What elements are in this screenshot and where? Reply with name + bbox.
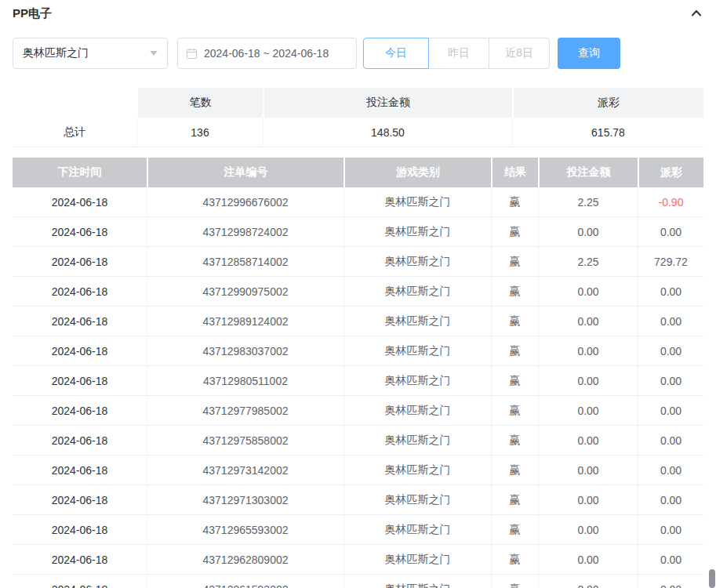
date-range-input[interactable]: 2024-06-18 ~ 2024-06-18 [177,38,357,69]
cell-game-type: 奥林匹斯之门 [343,307,491,336]
cell-game-type: 奥林匹斯之门 [343,515,491,545]
cell-bet-time: 2024-06-18 [13,277,147,307]
cell-payout: 0.00 [638,396,703,426]
scrollbar-thumb[interactable] [709,569,715,588]
cell-order-no: 43712998724002 [147,217,343,247]
cell-order-no: 43712973142002 [147,456,343,485]
cell-result: 赢 [491,187,538,217]
cell-bet-amount: 0.00 [538,366,638,396]
cell-order-no: 43712983037002 [147,336,343,366]
summary-total-label: 总计 [13,118,136,147]
summary-header-count: 笔数 [136,88,263,118]
cell-bet-amount: 0.00 [538,426,638,456]
cell-game-type: 奥林匹斯之门 [343,366,491,396]
cell-result: 赢 [491,575,538,588]
cell-payout: 0.00 [638,336,703,366]
summary-table: 笔数 投注金额 派彩 总计 136 148.50 615.78 [13,88,703,147]
cell-result: 赢 [491,366,538,396]
summary-header-blank [13,88,136,118]
col-header-result: 结果 [491,158,538,187]
collapse-button[interactable] [689,6,703,20]
cell-game-type: 奥林匹斯之门 [343,485,491,515]
cell-order-no: 43712989124002 [147,307,343,336]
game-select-value: 奥林匹斯之门 [23,46,89,60]
cell-bet-amount: 0.00 [538,307,638,336]
cell-game-type: 奥林匹斯之门 [343,545,491,575]
cell-bet-amount: 0.00 [538,396,638,426]
last-8-days-button[interactable]: 近8日 [489,38,550,69]
cell-bet-time: 2024-06-18 [13,456,147,485]
cell-order-no: 43712858714002 [147,247,343,277]
summary-header-row: 笔数 投注金额 派彩 [13,88,703,118]
summary-total-payout: 615.78 [512,118,703,147]
cell-bet-amount: 0.00 [538,217,638,247]
cell-order-no: 43712961593002 [147,575,343,588]
cell-payout: 0.00 [638,217,703,247]
cell-bet-amount: 0.00 [538,485,638,515]
records-header-row: 下注时间 注单编号 游戏类别 结果 投注金额 派彩 [13,158,703,187]
cell-bet-time: 2024-06-18 [13,396,147,426]
yesterday-button[interactable]: 昨日 [428,38,489,69]
query-button[interactable]: 查询 [558,38,620,69]
cell-result: 赢 [491,277,538,307]
cell-result: 赢 [491,545,538,575]
pp-records-panel: PP电子 奥林匹斯之门 2024-06-18 ~ 2024-06-18 今日 昨… [0,0,716,588]
summary-total-count: 136 [136,118,263,147]
summary-total-bet: 148.50 [263,118,512,147]
cell-order-no: 43712996676002 [147,187,343,217]
cell-payout: 0.00 [638,456,703,485]
records-table: 下注时间 注单编号 游戏类别 结果 投注金额 派彩 2024-06-18 437… [13,158,703,588]
cell-game-type: 奥林匹斯之门 [343,336,491,366]
cell-order-no: 43712990975002 [147,277,343,307]
cell-bet-amount: 0.00 [538,277,638,307]
date-range-value: 2024-06-18 ~ 2024-06-18 [204,47,329,60]
cell-bet-amount: 2.25 [538,187,638,217]
cell-bet-time: 2024-06-18 [13,485,147,515]
cell-bet-time: 2024-06-18 [13,336,147,366]
table-row: 2024-06-18 43712990975002 奥林匹斯之门 赢 0.00 … [13,277,703,307]
cell-payout: 0.00 [638,426,703,456]
cell-payout: -0.90 [638,187,703,217]
table-row: 2024-06-18 43712977985002 奥林匹斯之门 赢 0.00 … [13,396,703,426]
cell-result: 赢 [491,336,538,366]
cell-bet-amount: 2.25 [538,247,638,277]
col-header-payout: 派彩 [638,158,703,187]
col-header-game-type: 游戏类别 [343,158,491,187]
table-row: 2024-06-18 43712962809002 奥林匹斯之门 赢 0.00 … [13,545,703,575]
cell-order-no: 43712971303002 [147,485,343,515]
filter-bar: 奥林匹斯之门 2024-06-18 ~ 2024-06-18 今日 昨日 近8日… [13,38,703,69]
cell-game-type: 奥林匹斯之门 [343,396,491,426]
chevron-up-icon [689,6,703,20]
cell-result: 赢 [491,485,538,515]
cell-game-type: 奥林匹斯之门 [343,247,491,277]
cell-bet-time: 2024-06-18 [13,307,147,336]
cell-result: 赢 [491,456,538,485]
col-header-order-no: 注单编号 [147,158,343,187]
panel-header: PP电子 [13,6,703,20]
cell-game-type: 奥林匹斯之门 [343,277,491,307]
table-row: 2024-06-18 43712971303002 奥林匹斯之门 赢 0.00 … [13,485,703,515]
records-body: 2024-06-18 43712996676002 奥林匹斯之门 赢 2.25 … [13,187,703,588]
cell-result: 赢 [491,307,538,336]
cell-result: 赢 [491,247,538,277]
cell-payout: 0.00 [638,545,703,575]
cell-result: 赢 [491,396,538,426]
cell-payout: 0.00 [638,366,703,396]
today-button[interactable]: 今日 [363,38,429,69]
cell-payout: 0.00 [638,575,703,588]
cell-bet-amount: 0.00 [538,456,638,485]
cell-bet-amount: 0.00 [538,515,638,545]
table-row: 2024-06-18 43712975858002 奥林匹斯之门 赢 0.00 … [13,426,703,456]
cell-result: 赢 [491,426,538,456]
cell-game-type: 奥林匹斯之门 [343,456,491,485]
cell-order-no: 43712980511002 [147,366,343,396]
cell-bet-amount: 0.00 [538,545,638,575]
summary-header-bet: 投注金额 [263,88,512,118]
cell-order-no: 43712965593002 [147,515,343,545]
cell-bet-time: 2024-06-18 [13,575,147,588]
game-select[interactable]: 奥林匹斯之门 [13,38,168,69]
cell-payout: 729.72 [638,247,703,277]
cell-game-type: 奥林匹斯之门 [343,426,491,456]
cell-bet-amount: 0.00 [538,336,638,366]
table-row: 2024-06-18 43712961593002 奥林匹斯之门 赢 0.00 … [13,575,703,588]
